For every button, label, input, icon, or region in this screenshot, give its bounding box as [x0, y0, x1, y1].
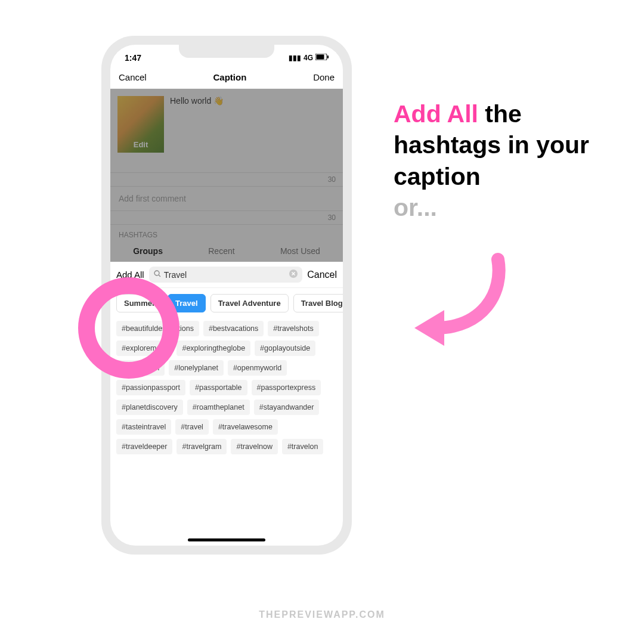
arrow-icon: [405, 250, 513, 352]
hashtag-tabs: Groups Recent Most Used: [110, 242, 343, 262]
first-comment-input[interactable]: Add first comment: [110, 186, 343, 210]
search-icon: [154, 270, 161, 279]
hashtag-chip[interactable]: #roamtheplanet: [187, 400, 250, 415]
hashtag-chip[interactable]: #passportable: [190, 380, 247, 395]
hashtag-chip[interactable]: #tasteintravel: [116, 419, 171, 435]
hashtag-chip[interactable]: #exploremore: [116, 340, 172, 356]
search-box[interactable]: Travel: [149, 267, 302, 283]
pill-summer[interactable]: Summer: [116, 294, 163, 312]
hashtag-chip[interactable]: #ilovetravel: [116, 360, 165, 376]
hashtag-chip[interactable]: #bestvacations: [203, 321, 264, 336]
cancel-button[interactable]: Cancel: [119, 72, 147, 82]
hashtag-chip[interactable]: #planetdiscovery: [116, 400, 183, 415]
hashtag-chip[interactable]: #goplayoutside: [255, 340, 315, 356]
headline-or: or...: [394, 194, 437, 221]
battery-icon: [315, 54, 329, 62]
tab-recent[interactable]: Recent: [208, 246, 234, 256]
hashtag-chip[interactable]: #travelon: [282, 439, 323, 454]
hashtag-chip[interactable]: #passionpassport: [116, 380, 185, 395]
done-button[interactable]: Done: [313, 72, 335, 82]
hashtags-section-label: HASHTAGS: [110, 224, 343, 242]
footer-watermark: THEPREVIEWAPP.COM: [0, 609, 644, 620]
status-right: ▮▮▮ 4G: [289, 54, 329, 62]
svg-rect-2: [327, 55, 329, 58]
tab-most-used[interactable]: Most Used: [280, 246, 320, 256]
svg-point-3: [154, 271, 159, 275]
hashtag-chip[interactable]: #travelawesome: [213, 419, 278, 435]
nav-bar: Cancel Caption Done: [110, 66, 343, 89]
search-row: Add All Travel Cancel: [110, 262, 343, 288]
hashtag-chip[interactable]: #exploringtheglobe: [177, 340, 250, 356]
caption-text[interactable]: Hello world 👋: [170, 96, 224, 106]
svg-line-4: [159, 275, 160, 277]
hashtag-chip[interactable]: #travelshots: [268, 321, 318, 336]
search-input[interactable]: Travel: [164, 270, 286, 280]
pill-travel-adventure[interactable]: Travel Adventure: [210, 294, 289, 312]
phone-frame: 1:47 ▮▮▮ 4G Cancel Caption Done Edit Hel…: [101, 36, 352, 555]
headline: Add All the hashtags in your caption or.…: [394, 98, 620, 224]
hashtag-chip[interactable]: #travelgram: [177, 439, 227, 454]
phone-notch: [179, 45, 274, 58]
hashtag-list[interactable]: #beautifuldestinations #bestvacations #t…: [110, 318, 343, 457]
signal-icon: ▮▮▮: [289, 54, 301, 62]
pill-travel-blogger[interactable]: Travel Blogger: [293, 294, 343, 312]
hashtag-chip[interactable]: #lonelyplanet: [169, 360, 224, 376]
caption-area[interactable]: Edit Hello world 👋: [110, 89, 343, 172]
svg-rect-1: [317, 55, 324, 60]
add-all-button[interactable]: Add All: [116, 270, 144, 280]
clear-icon[interactable]: [289, 270, 298, 280]
pill-travel[interactable]: Travel: [168, 294, 206, 312]
char-counter-1: 30: [110, 172, 343, 186]
hashtag-chip[interactable]: #beautifuldestinations: [116, 321, 199, 336]
hashtag-chip[interactable]: #openmyworld: [228, 360, 287, 376]
post-thumbnail[interactable]: Edit: [117, 96, 164, 153]
group-pills[interactable]: Summer Travel Travel Adventure Travel Bl…: [110, 288, 343, 318]
screen-title: Caption: [213, 72, 247, 82]
search-cancel-button[interactable]: Cancel: [307, 270, 337, 280]
dimmed-background: Edit Hello world 👋 30 Add first comment …: [110, 89, 343, 262]
hashtag-chip[interactable]: #stayandwander: [254, 400, 320, 415]
edit-label: Edit: [134, 140, 148, 149]
hashtag-chip[interactable]: #traveldeeper: [116, 439, 172, 454]
char-counter-2: 30: [110, 210, 343, 224]
tab-groups[interactable]: Groups: [133, 246, 163, 256]
hashtag-chip[interactable]: #passportexpress: [252, 380, 321, 395]
network-label: 4G: [304, 54, 313, 62]
hashtag-chip[interactable]: #travel: [175, 419, 209, 435]
phone-screen: 1:47 ▮▮▮ 4G Cancel Caption Done Edit Hel…: [110, 45, 343, 546]
hashtag-chip[interactable]: #travelnow: [231, 439, 277, 454]
status-time: 1:47: [125, 53, 141, 63]
headline-emphasis: Add All: [394, 100, 478, 128]
home-indicator: [188, 538, 265, 541]
